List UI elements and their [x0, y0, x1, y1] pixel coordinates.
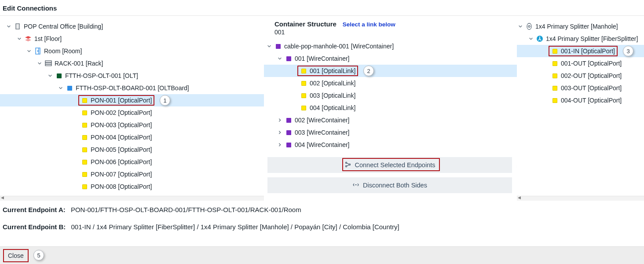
tree-item-label: PON-006 [OpticalPort]	[91, 158, 152, 165]
purple-icon	[274, 43, 282, 50]
floor-icon	[25, 35, 32, 42]
chevron-down-icon[interactable]	[58, 85, 63, 91]
room-icon	[34, 48, 41, 55]
tree-item[interactable]: 001 [OpticalLink]2	[264, 65, 517, 77]
scroll-indicator[interactable]	[0, 196, 264, 201]
svg-rect-3	[45, 61, 51, 62]
purple-icon	[285, 141, 292, 148]
splitter-icon	[536, 35, 543, 42]
tree-item-label: PON-005 [OpticalPort]	[91, 146, 152, 153]
tree-item[interactable]: 002 [OpticalLink]	[264, 77, 517, 89]
yellow-icon	[300, 80, 307, 87]
building-icon	[14, 23, 21, 30]
chevron-down-icon[interactable]	[277, 56, 282, 61]
tree-item[interactable]: 004-OUT [OpticalPort]	[517, 94, 644, 106]
tree-item[interactable]: FTTH-OSP-OLT-BOARD-001 [OLTBoard]	[0, 82, 264, 94]
tree-item-label: 002 [WireContainer]	[295, 117, 350, 124]
tree-item[interactable]: 004 [OpticalLink]	[264, 102, 517, 114]
tree-item[interactable]: POP Central Office [Building]	[0, 20, 264, 33]
tree-item[interactable]: Room [Room]	[0, 45, 264, 57]
footer: Close 5	[0, 246, 644, 264]
page-title: Edit Connections	[0, 0, 644, 16]
yellow-icon	[81, 158, 88, 165]
tree-item-label: 004-OUT [OpticalPort]	[561, 97, 622, 104]
tree-item[interactable]: PON-004 [OpticalPort]	[0, 131, 264, 143]
tree-item[interactable]: 1st [Floor]	[0, 33, 264, 45]
endpoint-b-value: 001-IN / 1x4 Primary Splitter [FiberSpli…	[71, 223, 399, 231]
tree-item[interactable]: 001-IN [OpticalPort]3	[517, 45, 644, 57]
tree-item[interactable]: PON-006 [OpticalPort]	[0, 156, 264, 168]
tree-item[interactable]: 003-OUT [OpticalPort]	[517, 82, 644, 94]
connect-endpoints-button[interactable]: Connect Selected Endpoints 4	[267, 157, 512, 173]
yellow-icon	[551, 60, 558, 67]
svg-rect-0	[16, 24, 19, 29]
chevron-right-icon[interactable]	[277, 142, 282, 147]
close-button[interactable]: Close	[4, 250, 27, 261]
disconnect-label: Disconnect Both Sides	[363, 182, 427, 189]
tree-item-label: PON-001 [OpticalPort]	[91, 97, 152, 104]
chevron-down-icon[interactable]	[518, 24, 523, 29]
chevron-down-icon[interactable]	[267, 44, 272, 49]
disconnect-both-button[interactable]: Disconnect Both Sides	[267, 177, 512, 193]
svg-point-2	[37, 51, 38, 51]
chevron-down-icon[interactable]	[37, 61, 42, 66]
tree-item-label: PON-007 [OpticalPort]	[91, 171, 152, 178]
center-panel: Container Structure Select a link below …	[264, 18, 517, 201]
tree-item-label: 1x4 Primary Splitter [FiberSplitter]	[546, 35, 638, 42]
purple-icon	[285, 117, 292, 124]
chevron-right-icon[interactable]	[277, 130, 282, 135]
dgreen-icon	[55, 72, 62, 79]
yellow-icon	[551, 84, 558, 92]
tree-item[interactable]: RACK-001 [Rack]	[0, 57, 264, 70]
tree-item[interactable]: PON-002 [OpticalPort]	[0, 106, 264, 119]
yellow-icon	[551, 72, 558, 79]
chevron-down-icon[interactable]	[26, 48, 32, 54]
tree-item[interactable]: PON-003 [OpticalPort]	[0, 119, 264, 131]
tree-item[interactable]: PON-005 [OpticalPort]	[0, 143, 264, 156]
svg-point-6	[345, 162, 347, 163]
close-label: Close	[8, 252, 24, 259]
chevron-down-icon[interactable]	[48, 73, 53, 78]
tree-item[interactable]: 002-OUT [OpticalPort]	[517, 70, 644, 82]
tree-item-label: Room [Room]	[44, 48, 82, 55]
tree-item[interactable]: PON-008 [OpticalPort]	[0, 180, 264, 193]
tree-item[interactable]: 003 [OpticalLink]	[264, 89, 517, 102]
endpoint-a-value: PON-001/FTTH-OSP-OLT-BOARD-001/FTTH-OSP-…	[71, 206, 301, 213]
yellow-icon	[300, 92, 307, 99]
tree-item[interactable]: cable-pop-manhole-001 [WireContainer]	[264, 40, 517, 52]
tree-item[interactable]: PON-007 [OpticalPort]	[0, 168, 264, 180]
connect-label: Connect Selected Endpoints	[355, 161, 435, 169]
tree-item[interactable]: 001 [WireContainer]	[264, 52, 517, 65]
svg-point-9	[528, 26, 530, 27]
chevron-down-icon[interactable]	[17, 36, 22, 41]
chevron-down-icon[interactable]	[6, 24, 11, 29]
tree-item[interactable]: 003 [WireContainer]	[264, 126, 517, 139]
chevron-right-icon[interactable]	[277, 117, 282, 123]
blue-icon	[66, 84, 73, 92]
purple-icon	[285, 129, 292, 136]
tree-item[interactable]: PON-001 [OpticalPort]1	[0, 94, 264, 106]
tree-item-label: POP Central Office [Building]	[24, 23, 103, 30]
tree-item[interactable]: FTTH-OSP-OLT-001 [OLT]	[0, 70, 264, 82]
container-structure-title: Container Structure	[274, 20, 337, 28]
right-tree-panel: 1x4 Primary Splitter [Manhole]1x4 Primar…	[517, 18, 644, 201]
chevron-down-icon[interactable]	[528, 36, 534, 41]
tree-item-label: 001-OUT [OpticalPort]	[561, 60, 622, 67]
tree-item-label: 1st [Floor]	[34, 35, 62, 42]
tree-item-label: FTTH-OSP-OLT-BOARD-001 [OLTBoard]	[76, 84, 189, 92]
tree-item-label: 003-OUT [OpticalPort]	[561, 84, 622, 92]
tree-item-label: 001-IN [OpticalPort]	[561, 48, 615, 55]
tree-item[interactable]: 002 [WireContainer]	[264, 114, 517, 126]
tree-item-label: 003 [WireContainer]	[295, 129, 350, 136]
yellow-icon	[551, 97, 558, 104]
tree-item[interactable]: 1x4 Primary Splitter [Manhole]	[517, 20, 644, 33]
tree-item[interactable]: 004 [WireContainer]	[264, 139, 517, 151]
tree-item-label: 001 [OpticalLink]	[310, 67, 355, 74]
yellow-icon	[81, 109, 88, 116]
scroll-indicator[interactable]	[517, 196, 644, 201]
tree-item[interactable]: 1x4 Primary Splitter [FiberSplitter]	[517, 33, 644, 45]
tree-item[interactable]: 001-OUT [OpticalPort]	[517, 57, 644, 70]
tree-item-label: 002 [OpticalLink]	[310, 80, 355, 87]
yellow-icon	[81, 134, 88, 141]
disconnect-icon	[352, 181, 359, 190]
